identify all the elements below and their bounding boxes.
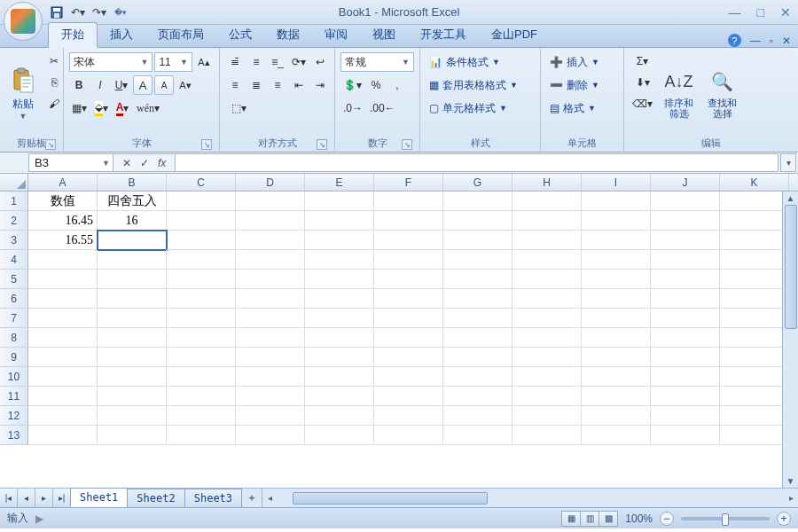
row-header[interactable]: 3 bbox=[0, 231, 28, 250]
cell[interactable] bbox=[443, 192, 512, 211]
sheet-tab[interactable]: Sheet2 bbox=[127, 489, 184, 507]
cell[interactable] bbox=[167, 309, 236, 328]
cell[interactable] bbox=[28, 309, 98, 328]
align-top-icon[interactable]: ≡̄ bbox=[225, 52, 245, 72]
fill-icon[interactable]: ⬇▾ bbox=[630, 73, 655, 92]
scroll-left-icon[interactable]: ◂ bbox=[262, 493, 277, 503]
zoom-in-icon[interactable]: + bbox=[777, 512, 791, 526]
column-header[interactable]: I bbox=[582, 174, 651, 191]
row-header[interactable]: 8 bbox=[0, 328, 28, 348]
cell[interactable] bbox=[28, 328, 98, 348]
sheet-tab[interactable]: Sheet1 bbox=[70, 488, 128, 507]
cell[interactable] bbox=[651, 231, 720, 250]
clipboard-dialog-launcher[interactable]: ↘ bbox=[45, 139, 56, 150]
cell[interactable] bbox=[443, 406, 512, 426]
italic-button[interactable]: I bbox=[90, 75, 110, 95]
cell[interactable] bbox=[236, 211, 305, 231]
cell[interactable] bbox=[582, 309, 651, 328]
cell[interactable] bbox=[98, 231, 167, 250]
row-header[interactable]: 4 bbox=[0, 250, 28, 270]
cell[interactable] bbox=[167, 348, 236, 367]
cell[interactable] bbox=[651, 406, 720, 426]
cell[interactable] bbox=[374, 231, 443, 250]
cell[interactable] bbox=[443, 387, 512, 406]
cell[interactable] bbox=[28, 250, 98, 270]
cell[interactable] bbox=[512, 309, 582, 328]
cell[interactable] bbox=[582, 270, 651, 289]
percent-icon[interactable]: % bbox=[366, 75, 386, 95]
sheet-tab[interactable]: Sheet3 bbox=[184, 489, 242, 507]
office-button[interactable] bbox=[4, 2, 43, 41]
cell[interactable] bbox=[236, 270, 305, 289]
cell[interactable] bbox=[28, 270, 98, 289]
help-icon[interactable]: ? bbox=[728, 34, 741, 47]
cell[interactable] bbox=[720, 406, 789, 426]
normal-view-icon[interactable]: ▦ bbox=[561, 511, 581, 527]
cell[interactable] bbox=[651, 387, 720, 406]
decrease-indent-icon[interactable]: ⇤ bbox=[289, 75, 309, 95]
row-header[interactable]: 2 bbox=[0, 211, 28, 231]
tab-formulas[interactable]: 公式 bbox=[216, 23, 264, 47]
cell[interactable] bbox=[443, 250, 512, 270]
tab-home[interactable]: 开始 bbox=[48, 22, 98, 48]
zoom-value[interactable]: 100% bbox=[625, 512, 653, 525]
format-painter-icon[interactable]: 🖌 bbox=[44, 94, 64, 113]
cell[interactable] bbox=[167, 328, 236, 348]
cell[interactable] bbox=[28, 289, 98, 309]
shrink-font-icon[interactable]: A▾ bbox=[176, 75, 195, 95]
align-bottom-icon[interactable]: ≡_ bbox=[268, 52, 287, 72]
align-center-icon[interactable]: ≣ bbox=[246, 75, 266, 95]
cell[interactable] bbox=[236, 231, 305, 250]
cell[interactable] bbox=[582, 367, 651, 387]
align-dialog-launcher[interactable]: ↘ bbox=[317, 139, 327, 150]
cell[interactable] bbox=[167, 289, 236, 309]
tab-page-layout[interactable]: 页面布局 bbox=[145, 23, 216, 47]
align-left-icon[interactable]: ≡ bbox=[225, 75, 245, 95]
cell[interactable] bbox=[720, 426, 789, 445]
cell[interactable] bbox=[512, 192, 582, 211]
zoom-out-icon[interactable]: − bbox=[660, 512, 674, 526]
column-header[interactable]: E bbox=[305, 174, 374, 191]
align-right-icon[interactable]: ≡ bbox=[268, 75, 287, 95]
cell[interactable] bbox=[98, 309, 167, 328]
cell-styles-button[interactable]: ▢单元格样式▼ bbox=[426, 98, 535, 119]
cell[interactable] bbox=[443, 231, 512, 250]
ribbon-close-icon[interactable]: ✕ bbox=[782, 35, 791, 47]
cell[interactable] bbox=[374, 426, 443, 445]
cell[interactable] bbox=[374, 309, 443, 328]
cell[interactable] bbox=[28, 406, 98, 426]
cell[interactable] bbox=[167, 387, 236, 406]
column-header[interactable]: H bbox=[512, 174, 582, 191]
minimize-button[interactable]: — bbox=[729, 5, 741, 20]
cell[interactable] bbox=[512, 367, 582, 387]
paste-button[interactable]: 粘贴 ▼ bbox=[5, 51, 41, 135]
cell[interactable] bbox=[374, 289, 443, 309]
cell[interactable] bbox=[512, 348, 582, 367]
scroll-up-icon[interactable]: ▲ bbox=[786, 193, 795, 203]
cell[interactable] bbox=[582, 348, 651, 367]
cell[interactable] bbox=[720, 328, 789, 348]
horizontal-scroll-thumb[interactable] bbox=[293, 492, 488, 505]
cell[interactable] bbox=[720, 250, 789, 270]
cell[interactable] bbox=[651, 328, 720, 348]
cell[interactable] bbox=[374, 367, 443, 387]
row-header[interactable]: 6 bbox=[0, 289, 28, 309]
cell[interactable]: 16.45 bbox=[28, 211, 98, 231]
cell[interactable] bbox=[374, 192, 443, 211]
cell[interactable] bbox=[443, 289, 512, 309]
cell[interactable] bbox=[512, 406, 582, 426]
redo-icon[interactable]: ↷▾ bbox=[90, 4, 108, 21]
cell[interactable] bbox=[720, 367, 789, 387]
cell[interactable] bbox=[374, 270, 443, 289]
formula-expand-icon[interactable]: ▾ bbox=[780, 153, 796, 172]
font-family-combo[interactable]: 宋体▼ bbox=[69, 52, 153, 72]
conditional-format-button[interactable]: 📊条件格式▼ bbox=[426, 51, 535, 73]
cell[interactable] bbox=[305, 367, 374, 387]
cell[interactable] bbox=[167, 211, 236, 231]
close-button[interactable]: ✕ bbox=[780, 5, 791, 20]
cell[interactable] bbox=[374, 328, 443, 348]
cell[interactable] bbox=[305, 309, 374, 328]
cell[interactable] bbox=[98, 270, 167, 289]
merge-cells-button[interactable]: ⬚▾ bbox=[225, 98, 253, 118]
cell[interactable] bbox=[651, 289, 720, 309]
